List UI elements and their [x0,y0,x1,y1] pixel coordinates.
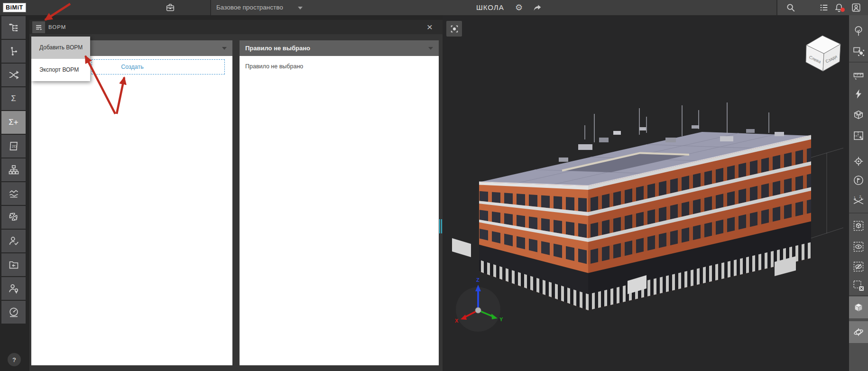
create-vorm-link[interactable]: Создать [111,60,154,74]
user-account-icon[interactable] [851,2,861,13]
charts-lines-icon [8,187,20,200]
toolbar-item-floorplan[interactable] [849,126,868,145]
orbit-gizmo-icon [852,326,865,338]
top-bar-divider-right [776,0,777,15]
top-bar: BiMiT Базовое пространство ШКОЛА ⚙ [0,0,868,15]
vorm-menu-popup: Добавить ВОРМ Экспорт ВОРМ [31,37,90,81]
vorm-menu-button[interactable] [32,21,45,33]
vorm-list-body: Создать [31,56,232,365]
gizmo-x-label: X [455,318,459,324]
sidebar-item-approvals[interactable] [1,230,26,252]
rule-select-dropdown[interactable]: Правило не выбрано [240,40,439,56]
toolbar-item-flag[interactable] [849,171,868,190]
briefcase-icon[interactable] [165,2,175,13]
sidebar-item-summary-add-active[interactable]: Σ+ [1,111,26,134]
rule-dropdown-value: Правило не выбрано [245,40,310,56]
toolbar-item-isolate[interactable] [849,216,868,235]
top-bar-divider [210,0,211,15]
bimit-logo: BiMiT [3,3,26,12]
project-title: ШКОЛА [476,0,504,15]
measure-label-2: 2 [859,195,861,198]
tree-icon [852,25,865,37]
flag-circle-icon [852,174,865,186]
relations-branch-icon [8,45,20,57]
sigma-plus-icon: Σ+ [9,118,18,127]
toolbar-divider [849,295,868,296]
area-capture-icon [852,45,865,57]
menu-item-add-vorm[interactable]: Добавить ВОРМ [31,37,90,59]
drawings-2d-icon: 2D [8,140,20,152]
vorm-panel: ВОРМ × Создать Правило не выбрано Правил… [29,20,443,371]
gizmo-y-label: Y [499,316,503,322]
measure-points-icon: 1 2 [852,195,865,208]
user-check-icon [8,235,20,247]
toolbar-item-show[interactable] [849,237,868,256]
flash-icon [852,88,865,100]
toolbar-item-solid-cube-active[interactable] [849,297,868,318]
section-cube-icon [852,109,865,121]
chevron-down-icon[interactable] [298,7,303,9]
sidebar-item-charts[interactable] [1,182,26,205]
sidebar-item-model-tree[interactable] [1,16,26,39]
vorm-list-column: Создать [31,40,232,365]
panel-resize-handle[interactable] [439,219,442,233]
fit-to-view-button[interactable] [446,21,462,37]
toolbar-item-clear-selection[interactable] [849,276,868,295]
sidebar-item-relations[interactable] [1,40,26,63]
isolate-cube-icon [852,220,865,232]
search-icon[interactable] [785,2,796,13]
svg-text:2D: 2D [11,144,17,148]
wireframe-lines [811,148,843,238]
focus-frame-icon [449,24,460,34]
hide-eye-slash-icon [852,260,865,273]
sidebar-item-export-folder[interactable] [1,253,26,276]
sidebar-item-summary[interactable]: Σ [1,87,26,110]
toolbar-item-orbit-active[interactable] [849,321,868,343]
share-icon[interactable] [532,3,543,13]
sidebar-item-user-location[interactable] [1,277,26,300]
collisions-shuffle-icon [8,69,20,81]
building-model-render: Слева Сзади Z X Y [443,15,849,371]
sidebar-item-dashboard[interactable] [1,301,26,324]
toolbar-item-focus-target[interactable] [849,152,868,171]
toolbar-item-tree[interactable] [849,22,868,41]
toolbar-item-flash[interactable] [849,84,868,103]
building-facade-left [479,182,588,310]
vorm-panel-header: ВОРМ × [29,20,443,34]
toolbar-item-area-capture[interactable] [849,42,868,61]
settings-gear-icon[interactable]: ⚙ [515,0,523,15]
bim-application: { "top_bar": { "brand": "BiMiT", "worksp… [0,0,868,371]
sidebar-item-plugins[interactable] [1,206,26,229]
sigma-icon: Σ [11,94,16,103]
rule-column: Правило не выбрано Правило не выбрано [240,40,439,365]
ruler-icon [852,69,865,81]
toolbar-item-hide[interactable] [849,257,868,276]
sidebar-item-structure[interactable] [1,158,26,181]
rule-empty-text: Правило не выбрано [245,63,303,70]
view-cube[interactable]: Слева Сзади [806,36,840,71]
toolbar-item-ruler[interactable] [849,65,868,84]
axis-gizmo[interactable]: Z X Y [455,277,503,332]
create-vorm-dropzone: Создать [92,59,225,74]
close-icon[interactable]: × [423,20,436,34]
user-pin-icon [8,282,20,295]
rule-body: Правило не выбрано [240,56,439,365]
toolbar-item-section-cube[interactable] [849,105,868,124]
list-icon[interactable] [819,2,829,13]
toolbar-item-measure-points[interactable]: 1 2 [849,192,868,211]
toolbar-divider [849,213,868,213]
help-button[interactable]: ? [8,353,21,366]
dropdown-arrow-icon [428,47,433,50]
vorm-panel-title: ВОРМ [48,20,66,34]
floorplan-icon [852,130,865,142]
viewport-3d[interactable]: Слева Сзади Z X Y [443,15,849,371]
sidebar-item-collisions[interactable] [1,64,26,86]
plugins-puzzle-icon [8,211,20,223]
left-sidebar: Σ Σ+ 2D [0,15,27,371]
sidebar-item-drawings-2d[interactable]: 2D [1,135,26,158]
gizmo-z-label: Z [476,277,480,283]
workspace-selector[interactable]: Базовое пространство [216,0,283,15]
right-toolbar: 1 2 [849,15,868,371]
measure-label-1: 1 [854,196,856,199]
menu-item-export-vorm[interactable]: Экспорт ВОРМ [31,59,90,81]
